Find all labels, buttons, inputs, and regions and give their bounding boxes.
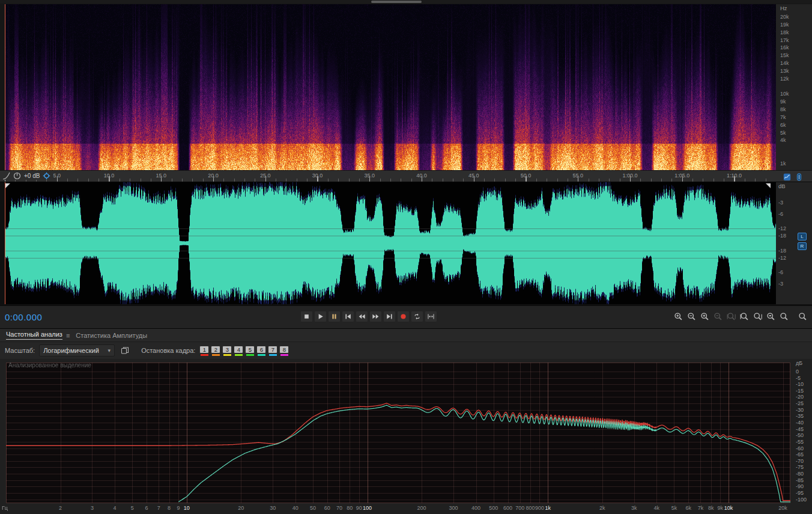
hold-button-2[interactable]: 2: [211, 346, 220, 353]
magnifier-icon: [740, 312, 749, 321]
freq-axis-label: 3: [91, 505, 94, 511]
freq-scale-label: 13k: [780, 69, 789, 74]
zoom-in-amplitude-button[interactable]: [698, 311, 711, 322]
freq-scale-label: 16k: [780, 45, 789, 50]
zoom-out-time-button[interactable]: [685, 311, 698, 322]
skip-selection-button[interactable]: [425, 311, 437, 322]
amplitude-scale[interactable]: dB -3-3-6-6-12-12-18-18LR: [776, 182, 812, 304]
db-axis-label: -35: [796, 414, 804, 419]
hold-button-8[interactable]: 8: [279, 346, 289, 353]
scale-options-icon: [795, 173, 803, 181]
move-to-start-button[interactable]: [342, 311, 354, 322]
tostart-icon: [344, 313, 352, 320]
db-axis: дБ 0-5-10-15-20-25-30-35-40-45-50-55-60-…: [792, 359, 812, 514]
hold-color-swatch: [201, 354, 208, 356]
hold-button-1[interactable]: 1: [199, 346, 209, 353]
hold-button-3[interactable]: 3: [222, 346, 232, 353]
freq-scale-label: 4k: [780, 138, 786, 143]
freq-axis-label: 600: [503, 505, 512, 511]
ruler-time-label: 20.0: [208, 173, 219, 179]
tab-amplitude-statistics[interactable]: Статистика Амплитуды: [76, 329, 147, 342]
time-display[interactable]: 0:00.000: [5, 312, 42, 322]
hold-label: Остановка кадра:: [141, 347, 195, 354]
zoom-out-amplitude-button[interactable]: [712, 311, 724, 322]
move-to-end-button[interactable]: [383, 311, 396, 322]
pause-button[interactable]: [328, 311, 341, 322]
fade-envelope-icon[interactable]: [2, 172, 10, 180]
zoom-in-at-out-point-button[interactable]: [751, 311, 764, 322]
magnifier-icon: [674, 312, 683, 321]
freq-axis-label: 6k: [686, 505, 692, 511]
stop-button[interactable]: [300, 311, 313, 322]
scrollbar-thumb[interactable]: [371, 1, 422, 3]
ruler-major-ticks: [5, 176, 776, 182]
hold-button-5[interactable]: 5: [245, 346, 255, 353]
hold-button-6[interactable]: 6: [256, 346, 266, 353]
record-button[interactable]: [397, 311, 410, 322]
freq-axis-label: 800: [526, 505, 535, 511]
hold-slot: 8: [279, 346, 289, 356]
db-axis-label: -75: [796, 465, 804, 470]
db-axis-label: 0: [796, 369, 799, 375]
zoom-options-button[interactable]: [796, 311, 809, 322]
rewind-button[interactable]: [356, 311, 368, 322]
freq-axis-label: 7: [157, 505, 160, 511]
frequency-scale[interactable]: Hz 20k19k18k17k16k15k14k13k12k10k9k8k7k6…: [776, 4, 812, 170]
timeline-ruler[interactable]: +0 dB 5.010.015.020.025.030.035.040.045.…: [0, 170, 812, 182]
zoom-toolbar: [672, 311, 809, 322]
snap-icon[interactable]: [43, 172, 50, 180]
gain-knob-icon[interactable]: [13, 172, 21, 180]
play-icon: [317, 313, 324, 320]
copy-graph-button[interactable]: [119, 345, 131, 356]
hold-color-swatch: [235, 354, 243, 356]
spectrogram-canvas[interactable]: [5, 4, 776, 170]
magnifier-icon: [687, 312, 696, 321]
play-button[interactable]: [314, 311, 327, 322]
selection-handle-right[interactable]: [766, 183, 771, 188]
tab-frequency-analysis[interactable]: Частотный анализ ≡: [6, 329, 70, 342]
freq-axis-label: 300: [449, 505, 458, 511]
freq-axis-label: 6: [145, 505, 148, 511]
zoom-in-at-in-point-button[interactable]: [738, 311, 751, 322]
db-axis-label: -70: [796, 459, 804, 464]
waveform-canvas[interactable]: [5, 182, 776, 304]
tab-label: Статистика Амплитуды: [76, 332, 147, 339]
freq-axis-label: 90: [356, 505, 362, 511]
freq-axis-label: 5k: [671, 505, 677, 511]
reset-zoom-button[interactable]: [778, 311, 790, 322]
freq-scale-label: 15k: [780, 53, 789, 58]
hold-button-4[interactable]: 4: [234, 346, 243, 353]
zoom-to-selection-button[interactable]: [725, 311, 738, 322]
ruler-time-label: 1:00.0: [622, 173, 637, 179]
fast-forward-button[interactable]: [369, 311, 382, 322]
hold-slot: 4: [234, 346, 243, 356]
freq-axis-label: 20: [238, 505, 244, 511]
freq-axis-label: 400: [471, 505, 480, 511]
analyzed-selection-label: Анализированное выделение: [8, 362, 91, 369]
db-axis-unit-label: дБ: [796, 360, 802, 366]
ruler-time-label: 45.0: [468, 173, 479, 179]
db-axis-label: -45: [796, 427, 804, 432]
spectral-display-toggle-button[interactable]: [783, 173, 792, 181]
ruler-time-label: 55.0: [572, 173, 583, 179]
freq-scale-label: 9k: [780, 99, 786, 105]
freq-axis-label: 8: [168, 505, 171, 511]
scale-options-button[interactable]: [795, 173, 804, 181]
channel-R-button[interactable]: R: [798, 242, 807, 250]
db-axis-label: -100: [796, 497, 807, 503]
zoom-out-full-button[interactable]: [765, 311, 777, 322]
loop-playback-button[interactable]: [411, 311, 423, 322]
selection-handle-left[interactable]: [5, 183, 10, 188]
scale-select[interactable]: Логарифмический ▾: [39, 344, 115, 356]
zoom-in-time-button[interactable]: [672, 311, 685, 322]
freq-scale-label: 17k: [780, 38, 789, 43]
freq-axis-label: 80: [347, 505, 353, 511]
db-scale-label: -12: [778, 226, 786, 231]
ruler-time-label: 5.0: [53, 173, 61, 179]
db-axis-label: -5: [796, 376, 801, 381]
ruler-time-label: 50.0: [521, 173, 532, 179]
channel-L-button[interactable]: L: [798, 233, 807, 240]
freq-scale-label: 1k: [780, 161, 786, 167]
hold-button-7[interactable]: 7: [268, 346, 277, 353]
panel-menu-icon[interactable]: ≡: [66, 332, 70, 339]
